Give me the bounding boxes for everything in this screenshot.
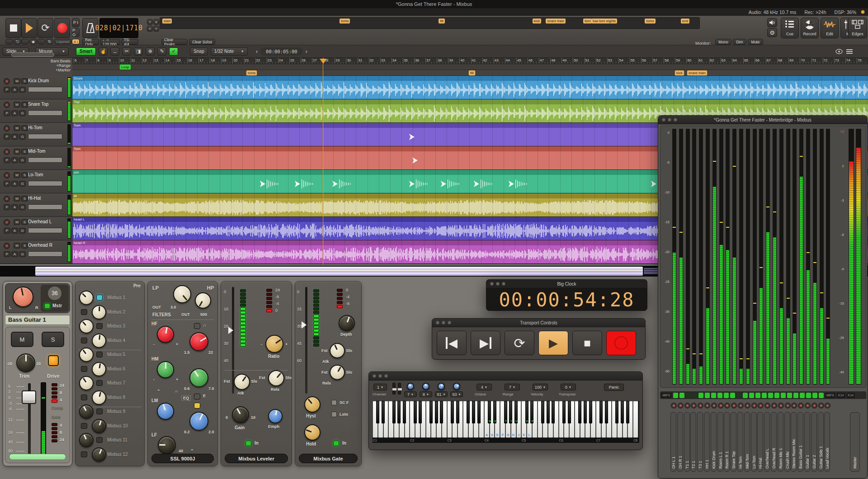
mini-marker-toms[interactable]: toms — [340, 19, 350, 23]
pan-knob[interactable] — [13, 286, 33, 307]
mini-marker-end[interactable]: end — [681, 19, 689, 23]
send-knob-4[interactable] — [92, 333, 106, 348]
transpose-select[interactable]: 0▼ — [561, 384, 576, 390]
stretch-tool-icon[interactable]: ⊕ — [146, 47, 155, 56]
channel-record-arm[interactable] — [711, 403, 717, 409]
nudge-forward-button[interactable]: > — [153, 26, 159, 32]
layout-menu-icon[interactable] — [846, 49, 853, 54]
sidechain-filter-checkbox[interactable] — [331, 400, 337, 405]
track-header-lo-tom[interactable]: MSPAGLo-Tom — [0, 170, 72, 193]
black-key[interactable] — [562, 401, 566, 423]
gain-knob[interactable] — [232, 406, 249, 423]
loop-sub-button[interactable] — [38, 39, 45, 44]
black-key[interactable] — [382, 401, 385, 423]
black-key[interactable]: T — [504, 401, 507, 423]
window-buttons[interactable] — [662, 118, 677, 122]
cc-value-select-1[interactable]: 7▼ — [404, 391, 417, 397]
channel-record-arm[interactable] — [811, 403, 817, 409]
track-a-button[interactable]: A — [11, 87, 18, 93]
track-g-button[interactable]: G — [19, 87, 26, 93]
track-gain-slider[interactable] — [28, 110, 62, 116]
track-name[interactable]: Kick Drum — [28, 78, 49, 83]
send-toggle-6[interactable] — [81, 366, 87, 372]
record-arm-button[interactable] — [4, 219, 10, 225]
hm-gain-knob[interactable] — [157, 361, 174, 378]
track-a-button[interactable]: A — [11, 110, 18, 116]
track-a-button[interactable]: A — [11, 228, 18, 234]
big-clock-display[interactable]: 00:00:54:28 — [486, 288, 647, 311]
channel-record-arm[interactable] — [745, 403, 750, 409]
strip-mute-button[interactable]: M — [11, 332, 33, 347]
loop-mode-button[interactable]: ↻ — [46, 39, 53, 44]
gate-attack-knob[interactable] — [330, 343, 345, 358]
channel-name-9[interactable]: Room R 1 — [724, 412, 730, 472]
smart-mode-button[interactable]: Smart — [76, 47, 96, 56]
black-key[interactable] — [605, 401, 608, 423]
gate-release-knob[interactable] — [330, 365, 345, 380]
channel-name-15[interactable]: Overhead L — [764, 412, 770, 472]
channel-name-16[interactable]: Overhead R — [771, 412, 777, 472]
hf-gain-knob[interactable] — [157, 326, 174, 343]
selection-next-arrow[interactable]: › — [306, 48, 307, 55]
track-m-button[interactable]: M — [14, 125, 20, 131]
channel-name-4[interactable]: T2 1 — [690, 412, 696, 472]
master-assign-led[interactable] — [44, 303, 50, 309]
cc-knob-1[interactable] — [407, 383, 414, 390]
time-signature-button[interactable]: TS: 4/4 — [121, 39, 138, 45]
keyboard-titlebar[interactable] — [369, 372, 642, 380]
lf-knob[interactable] — [158, 436, 176, 454]
black-key[interactable] — [456, 401, 459, 423]
black-key[interactable] — [568, 401, 571, 423]
bars-ruler[interactable]: 6789101112131415161718192021222324252627… — [72, 58, 868, 64]
black-key[interactable] — [429, 401, 433, 423]
channel-name-24[interactable]: Lead Vocals — [824, 412, 830, 472]
black-key[interactable] — [578, 401, 581, 423]
black-key[interactable] — [552, 401, 555, 423]
black-key[interactable]: U — [514, 401, 518, 423]
track-p-button[interactable]: P — [4, 157, 10, 163]
black-key[interactable] — [472, 401, 475, 423]
play-transport-button[interactable]: ▶ — [538, 331, 568, 355]
black-key[interactable] — [392, 401, 396, 423]
black-key[interactable] — [467, 401, 470, 423]
track-name[interactable]: Mid-Tom — [28, 149, 45, 154]
depth-knob[interactable] — [339, 315, 355, 331]
send-toggle-12[interactable] — [81, 451, 87, 457]
channel-name-12[interactable]: Mid-Tom — [744, 412, 750, 472]
nav-edit-button[interactable]: Edit — [821, 18, 839, 38]
black-key[interactable] — [397, 401, 401, 423]
draw-tool-icon[interactable]: ✎ — [157, 47, 166, 56]
track-a-button[interactable]: A — [11, 134, 18, 140]
send-knob-10[interactable] — [92, 419, 106, 433]
record-arm-button[interactable] — [4, 78, 10, 85]
track-gain-slider[interactable] — [28, 157, 62, 163]
send-toggle-8[interactable] — [81, 394, 87, 400]
track-header-hi-hat[interactable]: MSPAGHi-Hat — [0, 193, 72, 216]
channel-record-arm[interactable] — [678, 403, 684, 409]
panic-button[interactable]: Panic — [604, 384, 624, 391]
channel-record-arm[interactable] — [764, 403, 770, 409]
track-header-kick-drum[interactable]: MSPAGKick Drum — [0, 76, 72, 99]
leveler-plate[interactable]: Mixbus Leveler — [225, 454, 288, 463]
track-s-button[interactable]: S — [21, 243, 28, 249]
black-key[interactable] — [584, 401, 587, 423]
black-key[interactable] — [451, 401, 454, 423]
track-m-button[interactable]: M — [14, 172, 20, 178]
track-g-button[interactable]: G — [19, 204, 26, 210]
mini-marker-toms[interactable]: toms — [645, 19, 655, 23]
mini-marker-low-tom-eights[interactable]: low tom eights — [591, 19, 617, 23]
track-s-button[interactable]: S — [21, 149, 28, 155]
hold-knob[interactable] — [304, 424, 321, 441]
tempo-button[interactable]: ♩= 120.000 — [100, 39, 120, 45]
pitch-bend-slider[interactable] — [392, 383, 396, 394]
record-arm-button[interactable] — [4, 172, 10, 178]
leveler-attack-knob[interactable] — [234, 374, 250, 390]
selection-prev-arrow[interactable]: ‹ — [256, 48, 258, 55]
send-knob-1[interactable] — [79, 291, 94, 305]
channel-name-14[interactable]: Hi-Hat — [757, 412, 763, 472]
strip-fader-handle[interactable] — [22, 390, 36, 404]
loop-play-button[interactable]: ⟳ — [505, 331, 534, 355]
record-transport-button[interactable] — [606, 331, 636, 355]
cc-knob-2[interactable] — [422, 383, 429, 390]
nav-record-button[interactable]: Record — [801, 18, 819, 38]
